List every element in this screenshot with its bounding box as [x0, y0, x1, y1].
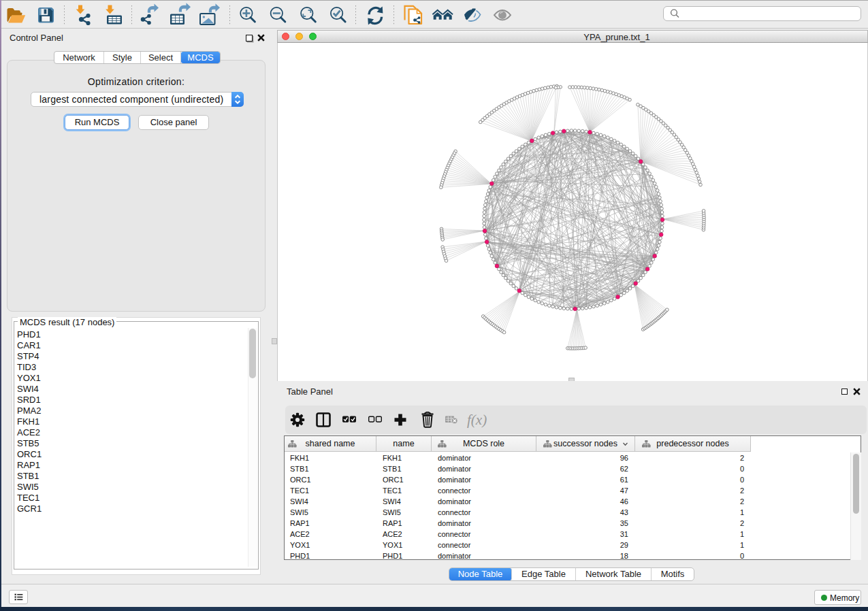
svg-text:f(x): f(x): [467, 412, 487, 428]
